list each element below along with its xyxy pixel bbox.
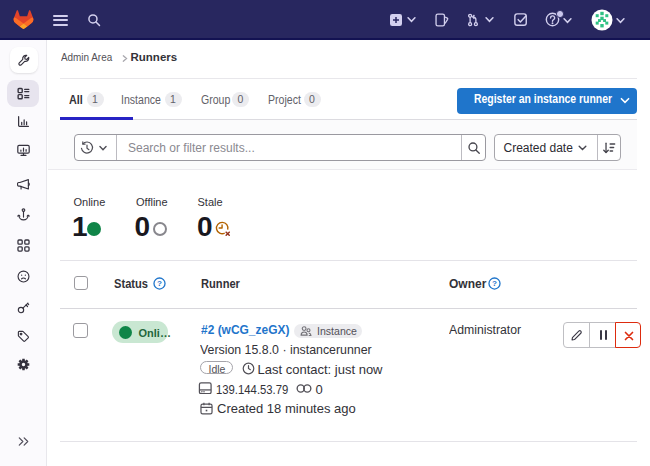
svg-text:?: ?: [492, 279, 497, 288]
svg-text:?: ?: [157, 279, 162, 288]
